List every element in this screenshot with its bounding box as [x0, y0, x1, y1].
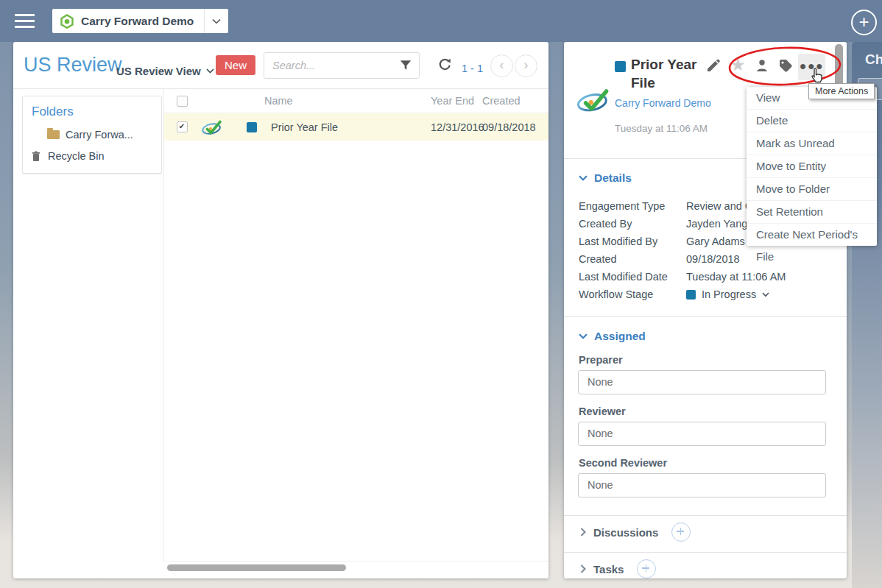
trash-icon: [30, 150, 42, 162]
entity-name: Carry Forward Demo: [81, 15, 194, 28]
folder-icon: [47, 130, 60, 139]
filter-icon[interactable]: [399, 59, 412, 71]
column-header-name[interactable]: Name: [229, 95, 431, 107]
favorite-star-icon[interactable]: ★: [730, 55, 746, 75]
field-value: Tuesday at 11:06 AM: [686, 271, 832, 283]
detail-field-row: Last Modified Date Tuesday at 11:06 AM: [579, 268, 832, 286]
year-end-value: 12/31/2016: [431, 121, 482, 133]
details-heading: Details: [594, 171, 632, 185]
created-value: 09/18/2018: [482, 121, 548, 133]
assign-person-icon[interactable]: [755, 58, 769, 73]
workflow-stage-value: In Progress: [702, 288, 756, 300]
menu-item-move-to-folder[interactable]: Move to Folder: [747, 178, 877, 201]
entity-selector[interactable]: Carry Forward Demo: [52, 9, 228, 33]
folder-label: Carry Forwa...: [66, 129, 133, 141]
menu-item-mark-as-unread[interactable]: Mark as Unread: [747, 132, 877, 155]
discussions-label: Discussions: [593, 526, 658, 539]
hamburger-menu-button[interactable]: [15, 14, 35, 28]
ellipsis-icon: ●●●: [800, 60, 825, 72]
edit-icon[interactable]: [706, 58, 721, 73]
divider: [564, 552, 847, 553]
product-logo-icon: [201, 118, 223, 136]
field-label: Workflow Stage: [579, 288, 686, 300]
field-label: Last Modified Date: [579, 271, 686, 283]
chevron-down-icon: [579, 333, 588, 339]
refresh-button[interactable]: [437, 57, 452, 72]
horizontal-scrollbar-thumb[interactable]: [167, 564, 346, 571]
field-label: Last Modified By: [579, 235, 686, 247]
tasks-label: Tasks: [593, 563, 624, 575]
chevron-right-icon: [580, 528, 586, 536]
reviewer-select[interactable]: None: [578, 422, 826, 446]
divider: [564, 515, 847, 516]
preparer-select[interactable]: None: [578, 370, 826, 394]
more-actions-button[interactable]: ●●●: [798, 54, 825, 80]
next-page-button[interactable]: ›: [515, 54, 537, 77]
row-checkbox[interactable]: ✔: [177, 121, 188, 132]
second-reviewer-label: Second Reviewer: [579, 457, 667, 469]
detail-field-row: Created 09/18/2018: [579, 250, 832, 268]
chevron-down-icon: [206, 68, 214, 74]
field-label: Engagement Type: [579, 200, 686, 212]
detail-field-row: Workflow Stage In Progress: [579, 286, 832, 303]
chevron-down-icon: [762, 292, 769, 297]
folders-heading: Folders: [32, 105, 161, 119]
folder-item[interactable]: Carry Forwa...: [23, 129, 161, 141]
field-label: Created: [579, 253, 686, 265]
divider: [564, 316, 847, 317]
second-reviewer-select[interactable]: None: [578, 473, 826, 497]
chevron-down-icon: [579, 175, 588, 181]
product-logo: [576, 85, 611, 115]
menu-item-create-next-periods-file[interactable]: Create Next Period's File: [747, 224, 877, 246]
view-selector[interactable]: US Review View: [116, 65, 214, 77]
column-header-created[interactable]: Created: [482, 95, 548, 107]
search-input[interactable]: [264, 53, 399, 78]
entity-hexagon-icon: [60, 14, 74, 29]
reviewer-label: Reviewer: [579, 405, 626, 417]
file-name: Prior Year File: [271, 121, 338, 133]
tasks-section-header[interactable]: Tasks: [580, 559, 656, 578]
discussions-section-header[interactable]: Discussions: [580, 523, 691, 542]
page-title: US Review: [24, 54, 122, 77]
menu-item-delete[interactable]: Delete: [747, 110, 877, 132]
topbar: Carry Forward Demo +: [0, 0, 882, 42]
app-window: Ch Se Carry Forward Demo + US Review US …: [0, 0, 882, 588]
new-button[interactable]: New: [216, 55, 255, 75]
add-task-button[interactable]: [637, 559, 656, 578]
table-row[interactable]: ✔ Prior Year File 12/31/2016: [164, 113, 548, 141]
file-status-square: [247, 122, 257, 132]
more-actions-tooltip: More Actions: [808, 83, 875, 99]
recycle-bin-item[interactable]: Recycle Bin: [23, 150, 161, 162]
tag-icon[interactable]: [778, 58, 793, 73]
menu-item-move-to-entity[interactable]: Move to Entity: [747, 155, 877, 178]
more-actions-menu: View Delete Mark as Unread Move to Entit…: [747, 87, 877, 246]
search-box: [264, 52, 420, 79]
prev-page-button[interactable]: ‹: [490, 54, 513, 77]
workflow-stage-selector[interactable]: In Progress: [686, 288, 832, 300]
entity-link[interactable]: Carry Forward Demo: [615, 97, 711, 109]
field-label: Created By: [579, 218, 686, 230]
detail-status-square: [615, 61, 626, 72]
workflow-status-square: [686, 290, 696, 300]
recycle-bin-label: Recycle Bin: [48, 150, 105, 162]
details-section-header[interactable]: Details: [579, 171, 632, 185]
create-new-button[interactable]: +: [851, 10, 877, 35]
modified-timestamp: Tuesday at 11:06 AM: [615, 123, 708, 134]
column-header-year-end[interactable]: Year End: [431, 95, 482, 107]
detail-title: Prior Year File: [631, 55, 716, 92]
horizontal-scrollbar: [163, 561, 548, 578]
menu-item-set-retention[interactable]: Set Retention: [747, 201, 877, 224]
folders-card: Folders Carry Forwa... Recycle Bin: [22, 96, 162, 174]
table-header-row: Name Year End Created: [164, 89, 548, 113]
add-discussion-button[interactable]: [671, 523, 691, 542]
view-selector-label: US Review View: [116, 65, 201, 77]
chevron-right-icon: [580, 564, 586, 573]
select-all-checkbox[interactable]: [177, 96, 188, 107]
files-table: Name Year End Created ✔: [163, 89, 548, 578]
assigned-heading: Assigned: [594, 330, 646, 343]
assigned-section-header[interactable]: Assigned: [579, 330, 646, 343]
pagination-label: 1 - 1: [462, 63, 483, 74]
preparer-label: Preparer: [579, 354, 623, 366]
file-list-panel: US Review US Review View New 1 - 1 ‹ › F…: [13, 42, 548, 578]
chevron-down-icon: [205, 18, 228, 24]
